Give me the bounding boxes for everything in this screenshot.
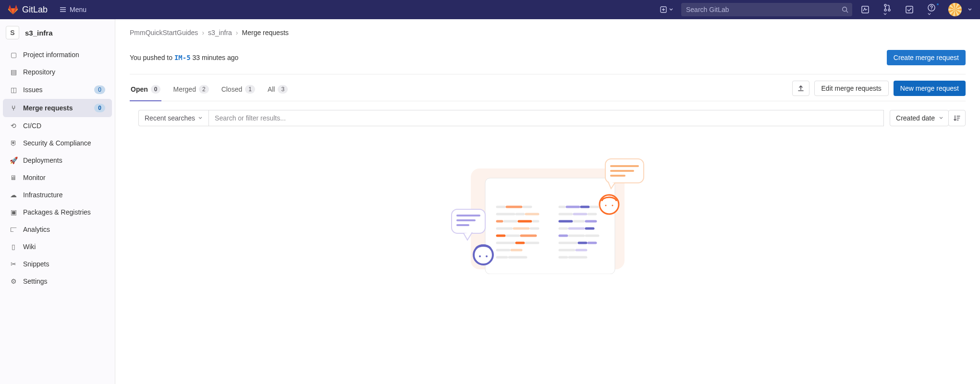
export-button[interactable]: [792, 81, 809, 96]
edit-merge-requests-button[interactable]: Edit merge requests: [814, 81, 889, 96]
count-badge: 2: [199, 85, 209, 94]
sidebar-item-project-information[interactable]: ▢Project information: [3, 46, 112, 63]
sidebar-item-label: Security & Compliance: [23, 139, 105, 147]
svg-point-23: [486, 255, 488, 257]
breadcrumb-project[interactable]: s3_infra: [208, 29, 232, 36]
sidebar-item-label: Monitor: [23, 174, 105, 181]
brand-label: GitLab: [22, 5, 48, 15]
sidebar-item-label: Analytics: [23, 226, 105, 233]
issues-icon: ◫: [10, 86, 17, 94]
chevron-down-icon: [883, 12, 887, 16]
sort-label: Created date: [896, 114, 935, 122]
count-badge: 0: [151, 85, 161, 94]
empty-state-illustration: [130, 135, 966, 274]
tab-closed[interactable]: Closed1: [220, 80, 256, 101]
merge-requests-icon[interactable]: [878, 3, 896, 16]
sidebar-item-label: Repository: [23, 68, 105, 76]
sidebar-item-packages[interactable]: ▣Packages & Registries: [3, 204, 112, 221]
tab-label: Merged: [173, 85, 196, 93]
sidebar-item-snippets[interactable]: ✂Snippets: [3, 255, 112, 273]
svg-rect-6: [906, 6, 913, 13]
topbar: GitLab Menu: [0, 0, 980, 19]
main-content: PmmQuickStartGuides › s3_infra › Merge r…: [115, 19, 980, 384]
tab-label: Closed: [221, 85, 243, 93]
issues-icon[interactable]: [856, 5, 874, 14]
new-merge-request-button[interactable]: New merge request: [894, 81, 966, 96]
breadcrumb-current: Merge requests: [242, 29, 289, 36]
chevron-down-icon: [968, 7, 972, 12]
sidebar-item-label: Merge requests: [23, 104, 88, 112]
sidebar-item-repository[interactable]: ▤Repository: [3, 63, 112, 81]
svg-rect-9: [485, 178, 615, 274]
tab-merged[interactable]: Merged2: [172, 80, 209, 101]
sort-direction-button[interactable]: [948, 110, 966, 126]
sort-dropdown[interactable]: Created date: [890, 110, 949, 126]
sidebar-item-monitor[interactable]: 🖥Monitor: [3, 169, 112, 186]
count-badge: 0: [94, 104, 105, 112]
filter-input[interactable]: [208, 110, 884, 126]
rocket-icon: 🚀: [10, 156, 17, 164]
svg-point-22: [479, 255, 481, 257]
sidebar-project-header[interactable]: S s3_infra: [0, 19, 115, 46]
sidebar-item-label: Settings: [23, 277, 105, 285]
scissors-icon: ✂: [10, 260, 17, 268]
help-icon[interactable]: [922, 3, 941, 16]
menu-button[interactable]: Menu: [59, 6, 86, 13]
push-prefix: You pushed to: [130, 54, 174, 61]
sidebar-item-label: Issues: [23, 86, 88, 94]
project-name: s3_infra: [25, 29, 53, 37]
tabs-row: Open0 Merged2 Closed1 All3 Edit merge re…: [130, 74, 966, 101]
chevron-right-icon: ›: [236, 29, 238, 36]
push-suffix: 33 minutes ago: [191, 54, 239, 61]
rocket-icon: ⟲: [10, 122, 17, 130]
chevron-down-icon: [198, 116, 203, 120]
project-avatar: S: [6, 26, 19, 39]
notification-dot-icon: [936, 2, 940, 6]
recent-searches-dropdown[interactable]: Recent searches: [138, 110, 208, 126]
global-search: [681, 3, 852, 16]
sort-desc-icon: [953, 114, 961, 122]
sidebar-item-label: Snippets: [23, 260, 105, 268]
chevron-down-icon: [927, 12, 931, 16]
tab-label: All: [268, 85, 275, 93]
sidebar-item-security[interactable]: ⛨Security & Compliance: [3, 134, 112, 152]
sidebar-item-cicd[interactable]: ⟲CI/CD: [3, 117, 112, 134]
gitlab-logo[interactable]: GitLab: [8, 4, 48, 15]
search-input[interactable]: [681, 3, 852, 16]
plus-icon: [660, 6, 667, 13]
user-avatar[interactable]: [948, 3, 962, 16]
count-badge: 1: [245, 85, 255, 94]
monitor-icon: 🖥: [10, 174, 17, 181]
tanuki-icon: [8, 4, 18, 15]
merge-icon: ⑂: [10, 104, 17, 112]
sidebar-item-merge-requests[interactable]: ⑂Merge requests0: [3, 99, 112, 117]
create-merge-request-button[interactable]: Create merge request: [887, 50, 966, 65]
sidebar-item-wiki[interactable]: ▯Wiki: [3, 238, 112, 255]
sidebar-item-issues[interactable]: ◫Issues0: [3, 81, 112, 99]
tab-open[interactable]: Open0: [130, 80, 161, 101]
menu-label: Menu: [70, 6, 86, 13]
sidebar-item-infrastructure[interactable]: ☁Infrastructure: [3, 186, 112, 204]
sidebar-item-label: Project information: [23, 51, 105, 59]
count-badge: 3: [278, 85, 288, 94]
filter-row: Recent searches Created date: [130, 101, 966, 135]
info-icon: ▢: [10, 51, 17, 59]
tab-all[interactable]: All3: [267, 80, 289, 101]
sidebar-item-label: Infrastructure: [23, 191, 105, 199]
sidebar-item-analytics[interactable]: ⫍Analytics: [3, 221, 112, 238]
branch-link[interactable]: IM-5: [174, 54, 191, 61]
tab-actions: Edit merge requests New merge request: [792, 81, 966, 101]
sidebar-item-settings[interactable]: ⚙Settings: [3, 273, 112, 290]
recent-searches-label: Recent searches: [145, 114, 195, 122]
sidebar-item-label: Deployments: [23, 156, 105, 164]
new-dropdown[interactable]: [656, 4, 677, 15]
repo-icon: ▤: [10, 68, 17, 76]
svg-point-5: [888, 9, 890, 11]
breadcrumb-group[interactable]: PmmQuickStartGuides: [130, 29, 198, 36]
todos-icon[interactable]: [900, 5, 919, 14]
export-icon: [797, 84, 805, 92]
gear-icon: ⚙: [10, 277, 17, 285]
sidebar-item-deployments[interactable]: 🚀Deployments: [3, 152, 112, 169]
count-badge: 0: [94, 85, 105, 94]
state-tabs: Open0 Merged2 Closed1 All3: [130, 80, 783, 101]
